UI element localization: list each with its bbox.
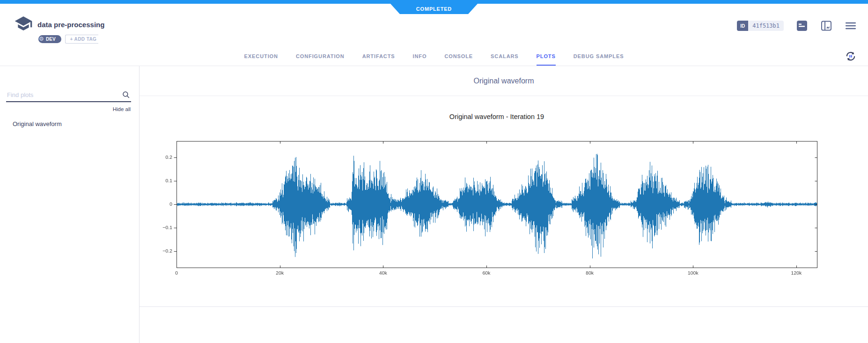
status-badge: COMPLETED xyxy=(390,4,478,14)
plot-search xyxy=(6,89,131,102)
tab-info[interactable]: INFO xyxy=(413,47,427,66)
plot-list-item[interactable]: Original waveform xyxy=(0,118,139,130)
status-label: COMPLETED xyxy=(416,6,452,12)
id-value: 41f513b1 xyxy=(748,21,784,31)
tab-execution[interactable]: EXECUTION xyxy=(244,47,278,66)
header-actions: ID 41f513b1 xyxy=(737,20,857,32)
plots-sidebar: Hide all Original waveform xyxy=(0,66,140,343)
experiment-id-badge[interactable]: ID 41f513b1 xyxy=(737,21,784,31)
waveform-canvas[interactable] xyxy=(154,134,833,279)
tab-scalars[interactable]: SCALARS xyxy=(491,47,518,66)
tab-bar: EXECUTION CONFIGURATION ARTIFACTS INFO C… xyxy=(0,47,868,66)
tag-dev[interactable]: ⚙ DEV xyxy=(38,35,61,43)
log-details-icon[interactable] xyxy=(796,20,808,32)
plot-card: Original waveform - Iteration 19 xyxy=(140,96,868,307)
content-area: Hide all Original waveform Original wave… xyxy=(0,66,868,343)
plot-list: Original waveform xyxy=(0,118,139,130)
id-label: ID xyxy=(737,21,748,31)
plot-group-title: Original waveform xyxy=(474,77,534,85)
side-panel-chart-icon[interactable] xyxy=(820,20,832,32)
hide-all-link[interactable]: Hide all xyxy=(113,106,131,112)
tab-plots[interactable]: PLOTS xyxy=(537,47,556,66)
plot-group-header: Original waveform xyxy=(140,66,868,96)
auto-refresh-pause-icon[interactable] xyxy=(845,50,857,62)
tag-row: ⚙ DEV + ADD TAG xyxy=(38,35,98,44)
search-icon[interactable] xyxy=(122,90,130,99)
experiment-title: data pre-processing xyxy=(37,21,104,29)
tab-console[interactable]: CONSOLE xyxy=(444,47,473,66)
gear-icon: ⚙ xyxy=(39,36,44,43)
add-tag-button[interactable]: + ADD TAG xyxy=(65,35,99,44)
tab-configuration[interactable]: CONFIGURATION xyxy=(296,47,345,66)
experiment-type-icon xyxy=(14,14,33,33)
tabs: EXECUTION CONFIGURATION ARTIFACTS INFO C… xyxy=(0,47,868,66)
find-plots-input[interactable] xyxy=(6,89,131,102)
tag-dev-label: DEV xyxy=(46,37,56,42)
chart-title: Original waveform - Iteration 19 xyxy=(177,113,817,120)
hamburger-menu-icon[interactable] xyxy=(845,20,857,32)
tab-artifacts[interactable]: ARTIFACTS xyxy=(362,47,395,66)
tab-debug-samples[interactable]: DEBUG SAMPLES xyxy=(574,47,624,66)
plots-main-panel: Original waveform Original waveform - It… xyxy=(140,66,868,343)
top-status-bar xyxy=(0,0,868,4)
